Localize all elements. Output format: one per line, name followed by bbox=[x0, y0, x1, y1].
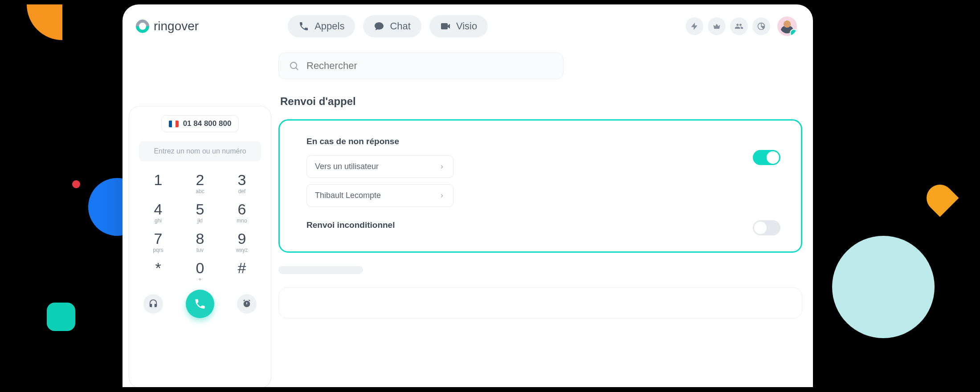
chevron-right-icon bbox=[439, 164, 445, 170]
nav-calls-label: Appels bbox=[314, 20, 344, 32]
chart-button[interactable] bbox=[752, 17, 770, 35]
user-avatar[interactable] bbox=[777, 16, 797, 36]
keypad-key-6[interactable]: 6mno bbox=[223, 200, 261, 226]
search-bar[interactable] bbox=[278, 53, 564, 79]
nav-video-label: Visio bbox=[456, 20, 477, 32]
alarm-icon bbox=[242, 299, 252, 309]
unconditional-row: Renvoi inconditionnel bbox=[306, 220, 780, 235]
phone-number: 01 84 800 800 bbox=[183, 119, 232, 128]
deco-shape bbox=[27, 4, 62, 40]
deco-shape bbox=[832, 236, 935, 338]
keypad-key-0[interactable]: 0+ bbox=[181, 259, 219, 284]
keypad-key-8[interactable]: 8tuv bbox=[181, 229, 219, 255]
nav-video[interactable]: Visio bbox=[429, 15, 488, 37]
no-answer-row: En cas de non réponse Vers un utilisateu… bbox=[306, 137, 780, 207]
main-content: Renvoi d'appel En cas de non réponse Ver… bbox=[278, 48, 807, 387]
keypad-key-*[interactable]: * bbox=[139, 259, 177, 284]
chat-icon bbox=[374, 21, 384, 32]
logo-icon bbox=[136, 20, 149, 33]
nav-chat[interactable]: Chat bbox=[363, 15, 421, 37]
crown-icon bbox=[712, 22, 721, 31]
no-answer-title: En cas de non réponse bbox=[306, 137, 453, 146]
deco-shape bbox=[72, 180, 80, 188]
header: ringover Appels Chat Visio bbox=[122, 4, 813, 48]
headset-icon bbox=[148, 299, 158, 309]
keypad-key-5[interactable]: 5jkl bbox=[181, 200, 219, 226]
top-nav: Appels Chat Visio bbox=[288, 15, 488, 37]
phone-number-selector[interactable]: 01 84 800 800 bbox=[161, 115, 239, 132]
search-icon bbox=[289, 61, 299, 71]
call-forwarding-card: En cas de non réponse Vers un utilisateu… bbox=[278, 119, 802, 253]
nav-chat-label: Chat bbox=[390, 20, 410, 32]
lightning-button[interactable] bbox=[686, 17, 703, 35]
unconditional-title: Renvoi inconditionnel bbox=[306, 220, 395, 230]
forward-user-select[interactable]: Thibault Lecompte bbox=[306, 184, 453, 207]
lightning-icon bbox=[690, 22, 699, 31]
video-icon bbox=[440, 21, 451, 32]
app-window: ringover Appels Chat Visio bbox=[122, 4, 813, 387]
loading-placeholder bbox=[278, 266, 363, 274]
dialer-panel: 01 84 800 800 Entrez un nom ou un numéro… bbox=[129, 106, 271, 387]
keypad-key-7[interactable]: 7pqrs bbox=[139, 229, 177, 255]
crown-button[interactable] bbox=[708, 17, 726, 35]
phone-icon bbox=[298, 21, 309, 32]
keypad-key-9[interactable]: 9wxyz bbox=[223, 229, 261, 255]
chevron-right-icon bbox=[439, 193, 445, 199]
snooze-button[interactable] bbox=[237, 294, 257, 314]
svg-point-0 bbox=[290, 62, 297, 69]
people-icon bbox=[735, 22, 743, 31]
forward-user-value: Thibault Lecompte bbox=[315, 191, 381, 200]
svg-line-1 bbox=[296, 68, 298, 70]
headset-button[interactable] bbox=[143, 294, 163, 314]
avatar-icon bbox=[780, 19, 794, 33]
flag-fr-icon bbox=[169, 121, 179, 127]
deco-shape bbox=[47, 303, 75, 331]
keypad-key-#[interactable]: # bbox=[223, 259, 261, 284]
keypad-key-1[interactable]: 1 bbox=[139, 170, 177, 196]
header-actions bbox=[686, 16, 797, 36]
forward-type-select[interactable]: Vers un utilisateur bbox=[306, 155, 453, 178]
deco-shape bbox=[921, 179, 959, 217]
nav-calls[interactable]: Appels bbox=[288, 15, 355, 37]
brand-name: ringover bbox=[154, 19, 199, 33]
forward-type-value: Vers un utilisateur bbox=[315, 162, 379, 171]
call-button[interactable] bbox=[186, 290, 214, 318]
phone-icon bbox=[194, 298, 206, 310]
logo[interactable]: ringover bbox=[136, 19, 199, 33]
next-card bbox=[278, 287, 802, 319]
dialer-keypad: 12abc3def4ghi5jkl6mno7pqrs8tuv9wxyz*0+# bbox=[139, 170, 261, 284]
chart-icon bbox=[757, 22, 766, 31]
keypad-key-4[interactable]: 4ghi bbox=[139, 200, 177, 226]
no-answer-toggle[interactable] bbox=[753, 150, 780, 165]
dialer-input[interactable]: Entrez un nom ou un numéro bbox=[139, 141, 261, 162]
unconditional-toggle[interactable] bbox=[753, 220, 780, 235]
search-input[interactable] bbox=[306, 60, 553, 72]
people-button[interactable] bbox=[730, 17, 748, 35]
keypad-key-2[interactable]: 2abc bbox=[181, 170, 219, 196]
section-title: Renvoi d'appel bbox=[280, 95, 802, 108]
keypad-key-3[interactable]: 3def bbox=[223, 170, 261, 196]
